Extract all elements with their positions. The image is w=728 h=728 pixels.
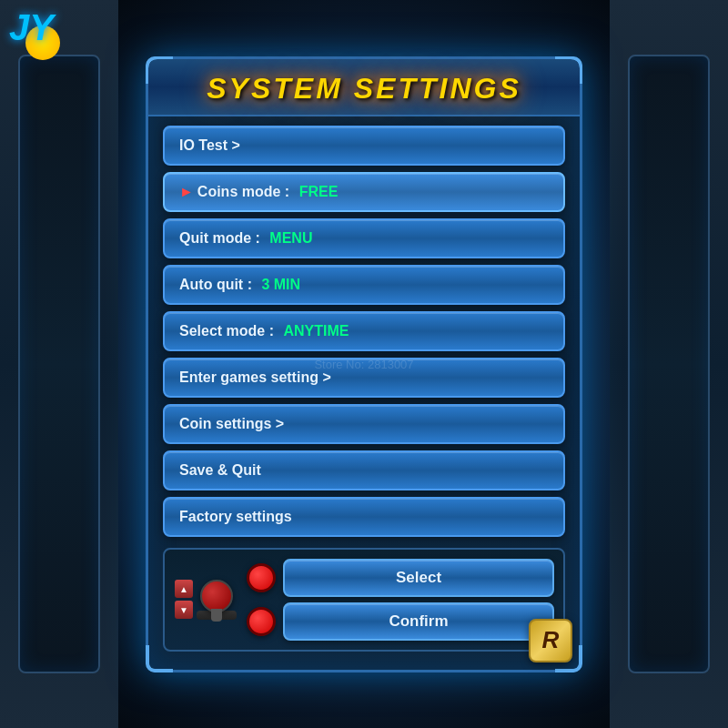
jy-logo: JY bbox=[9, 9, 54, 46]
corner-bl bbox=[146, 645, 173, 672]
title-area: SYSTEM SETTINGS bbox=[148, 59, 580, 116]
logo-text: JY bbox=[9, 9, 54, 46]
menu-label-enter-games: Enter games setting > bbox=[179, 369, 331, 385]
select-red-button[interactable] bbox=[247, 563, 276, 592]
menu-label-factory-settings: Factory settings bbox=[179, 509, 292, 524]
menu-item-coins-mode[interactable]: ►Coins mode : FREE bbox=[163, 172, 565, 212]
menu-item-enter-games[interactable]: Enter games setting > bbox=[163, 358, 565, 398]
menu-item-factory-settings[interactable]: Factory settings bbox=[163, 497, 565, 537]
menu-label-auto-quit: Auto quit : bbox=[179, 277, 256, 292]
arrow-column: ▲ ▼ bbox=[175, 580, 193, 619]
menu-label-io-test: IO Test > bbox=[179, 137, 240, 153]
menu-item-coin-settings[interactable]: Coin settings > bbox=[163, 404, 565, 444]
menu-label-quit-mode: Quit mode : bbox=[179, 230, 264, 246]
page-title: SYSTEM SETTINGS bbox=[167, 72, 561, 106]
joystick-ball[interactable] bbox=[200, 580, 233, 612]
menu-item-quit-mode[interactable]: Quit mode : MENU bbox=[163, 218, 565, 258]
up-arrow-button[interactable]: ▲ bbox=[175, 580, 193, 598]
active-arrow: ► bbox=[179, 184, 194, 199]
main-panel: SYSTEM SETTINGS IO Test > ►Coins mode : … bbox=[146, 56, 582, 672]
menu-label-coins-mode: Coins mode : bbox=[197, 184, 294, 199]
auto-quit-value: 3 MIN bbox=[261, 277, 300, 292]
joystick-assembly bbox=[197, 580, 237, 620]
right-panel-inner bbox=[628, 55, 710, 673]
menu-label-select-mode: Select mode : bbox=[179, 323, 278, 339]
coins-mode-value: FREE bbox=[299, 184, 339, 199]
confirm-red-button[interactable] bbox=[247, 607, 276, 636]
joystick-area: ▲ ▼ bbox=[174, 559, 238, 641]
menu-item-auto-quit[interactable]: Auto quit : 3 MIN bbox=[163, 265, 565, 305]
menu-item-save-quit[interactable]: Save & Quit bbox=[163, 450, 565, 490]
confirm-button[interactable]: Confirm bbox=[283, 602, 554, 641]
select-mode-value: ANYTIME bbox=[283, 323, 349, 339]
control-section: ▲ ▼ Select Confirm bbox=[163, 548, 565, 652]
menu-label-save-quit: Save & Quit bbox=[179, 462, 261, 478]
menu-container: IO Test > ►Coins mode : FREE Quit mode :… bbox=[148, 116, 580, 537]
select-button[interactable]: Select bbox=[283, 559, 554, 597]
left-panel bbox=[0, 0, 118, 728]
select-row: Select bbox=[247, 559, 554, 597]
menu-item-io-test[interactable]: IO Test > bbox=[163, 126, 565, 166]
left-panel-inner bbox=[18, 55, 100, 673]
confirm-row: Confirm bbox=[247, 602, 554, 641]
background: JY SYSTEM SETTINGS IO Test > ►Coins mode… bbox=[0, 0, 728, 728]
menu-label-coin-settings: Coin settings > bbox=[179, 416, 284, 431]
quit-mode-value: MENU bbox=[269, 230, 312, 246]
right-panel bbox=[610, 0, 728, 728]
down-arrow-button[interactable]: ▼ bbox=[175, 601, 193, 619]
menu-item-select-mode[interactable]: Select mode : ANYTIME bbox=[163, 311, 565, 351]
r-badge: R bbox=[529, 619, 572, 662]
button-area: Select Confirm bbox=[247, 559, 554, 641]
